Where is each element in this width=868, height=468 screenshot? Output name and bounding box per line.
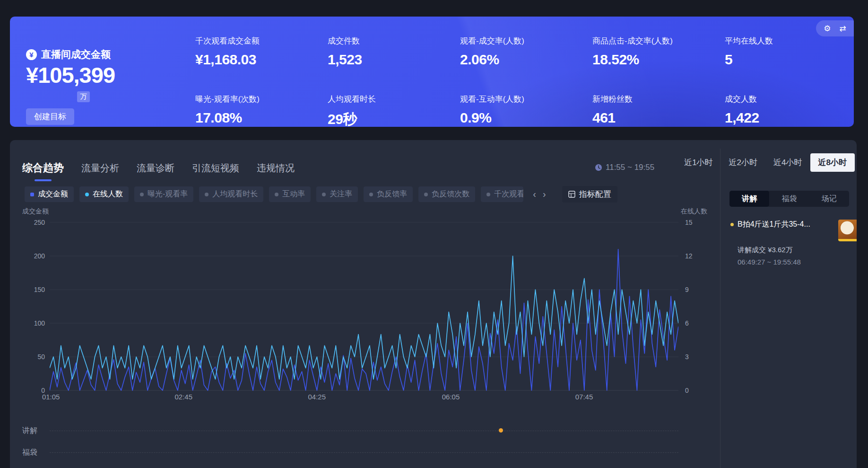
- metric-chips-row: 成交金额 在线人数 曝光-观看率 人均观看时长 互动率 关注率 负反馈率 负反馈…: [25, 186, 617, 203]
- chip-avg-watch-time[interactable]: 人均观看时长: [199, 186, 263, 202]
- create-goal-button[interactable]: 创建目标: [26, 108, 74, 125]
- panel-tab-log[interactable]: 场记: [809, 191, 849, 207]
- gear-icon[interactable]: ⚙: [824, 25, 831, 33]
- product-thumbnail[interactable]: [838, 220, 857, 241]
- explain-product-item[interactable]: B拍4斤送1斤共35-4... 讲解成交 ¥3.62万 06:49:27 ~ 1…: [730, 220, 857, 266]
- series-marker: [30, 193, 34, 196]
- y-tick: 0: [10, 387, 45, 394]
- tab-overall-trend[interactable]: 综合趋势: [22, 161, 64, 175]
- metric-config-button[interactable]: 指标配置: [562, 186, 617, 203]
- chip-online-users[interactable]: 在线人数: [79, 186, 129, 202]
- time-range-buttons: 近1小时 近2小时 近4小时 近8小时: [676, 153, 855, 172]
- y-tick: 15: [685, 219, 693, 226]
- chip-gmv[interactable]: 成交金额: [25, 186, 74, 202]
- clock-icon: [595, 164, 602, 171]
- item-status-dot: [730, 223, 734, 226]
- banner-stats-grid: 千次观看成交金额¥1,168.03 成交件数1,523 观看-成交率(人数)2.…: [195, 35, 854, 127]
- stat-item: 曝光-观看率(次数)17.08%: [195, 94, 328, 127]
- right-axis-title: 在线人数: [681, 207, 707, 216]
- series-marker: [486, 193, 490, 196]
- range-1h-button[interactable]: 近1小时: [676, 153, 720, 172]
- chevron-right-icon[interactable]: ›: [543, 189, 546, 200]
- explain-time-range: 06:49:27 ~ 19:55:48: [738, 258, 857, 266]
- gmv-value: ¥105,399: [26, 62, 115, 88]
- trend-chart[interactable]: [50, 211, 678, 400]
- chip-interaction-rate[interactable]: 互动率: [269, 186, 311, 202]
- tab-traffic-analysis[interactable]: 流量分析: [81, 162, 119, 175]
- gmv-unit-badge: 万: [77, 91, 90, 102]
- stat-item: 千次观看成交金额¥1,168.03: [195, 35, 328, 94]
- explain-deal-amount: 讲解成交 ¥3.62万: [738, 246, 857, 255]
- banner-tools: ⚙ ⇄: [816, 20, 854, 36]
- range-2h-button[interactable]: 近2小时: [721, 153, 765, 172]
- series-marker: [424, 193, 428, 196]
- panel-tabs: 讲解 福袋 场记: [729, 191, 849, 207]
- stat-item: 成交件数1,523: [328, 35, 460, 94]
- range-4h-button[interactable]: 近4小时: [765, 153, 810, 172]
- series-marker: [205, 193, 208, 196]
- chip-exposure-view-rate[interactable]: 曝光-观看率: [134, 186, 193, 202]
- y-tick: 150: [10, 286, 45, 293]
- tab-violations[interactable]: 违规情况: [257, 162, 295, 175]
- stat-item: 新增粉丝数461: [592, 94, 725, 127]
- chip-follow-rate[interactable]: 关注率: [316, 186, 358, 202]
- chevron-left-icon[interactable]: ‹: [533, 189, 536, 200]
- series-marker: [85, 193, 89, 196]
- range-8h-button[interactable]: 近8小时: [810, 153, 855, 172]
- y-tick: 6: [685, 319, 689, 327]
- time-range-display: 11:55 ~ 19:55: [595, 163, 654, 172]
- config-grid-icon: [568, 191, 575, 198]
- yen-coin-icon: ¥: [26, 49, 37, 60]
- panel-divider: [720, 149, 720, 468]
- y-tick: 100: [10, 319, 45, 327]
- series-marker: [140, 193, 144, 196]
- y-tick: 0: [685, 387, 689, 394]
- stat-item: 商品点击-成交率(人数)18.52%: [592, 35, 725, 94]
- y-tick: 250: [10, 219, 45, 226]
- live-analytics-dashboard: ¥ 直播间成交金额 ¥105,399 万 创建目标 千次观看成交金额¥1,168…: [0, 0, 868, 468]
- series-marker: [369, 193, 373, 196]
- section-tabs: 综合趋势 流量分析 流量诊断 引流短视频 违规情况: [22, 161, 295, 175]
- stat-item: 人均观看时长29秒: [328, 94, 460, 127]
- chip-per-thousand-views[interactable]: 千次观看: [481, 186, 523, 202]
- gmv-block: ¥ 直播间成交金额 ¥105,399 万 创建目标: [26, 17, 182, 127]
- timeline-track-explain: [50, 431, 678, 431]
- chip-negative-feedback-rate[interactable]: 负反馈率: [364, 186, 413, 202]
- series-marker: [275, 193, 278, 196]
- stat-item: 观看-互动率(人数)0.9%: [460, 94, 592, 127]
- chip-negative-feedback-count[interactable]: 负反馈次数: [418, 186, 475, 202]
- chip-scroller: ‹ ›: [533, 189, 546, 200]
- left-axis-title: 成交金额: [22, 207, 49, 216]
- timeline-label-luckybag: 福袋: [22, 448, 37, 458]
- y-tick: 50: [10, 353, 45, 361]
- swap-icon[interactable]: ⇄: [840, 25, 846, 33]
- y-tick: 9: [685, 286, 689, 293]
- stat-item: 观看-成交率(人数)2.06%: [460, 35, 592, 94]
- stat-item: 成交人数1,422: [725, 94, 854, 127]
- product-title: B拍4斤送1斤共35-4...: [738, 220, 825, 230]
- timeline-track-luckybag: [50, 452, 678, 453]
- explain-marker-dot[interactable]: [499, 428, 503, 433]
- summary-banner: ¥ 直播间成交金额 ¥105,399 万 创建目标 千次观看成交金额¥1,168…: [10, 17, 854, 127]
- tab-short-video[interactable]: 引流短视频: [192, 162, 239, 175]
- panel-tab-luckybag[interactable]: 福袋: [769, 191, 809, 207]
- banner-title: 直播间成交金额: [41, 48, 111, 61]
- panel-tab-explain[interactable]: 讲解: [729, 191, 769, 207]
- y-tick: 12: [685, 252, 693, 260]
- timeline-label-explain: 讲解: [22, 426, 37, 436]
- tab-traffic-diagnosis[interactable]: 流量诊断: [137, 162, 174, 175]
- y-tick: 200: [10, 252, 45, 260]
- stat-item: 平均在线人数5: [725, 35, 854, 94]
- y-tick: 3: [685, 353, 689, 361]
- series-marker: [322, 193, 326, 196]
- trend-card: 综合趋势 流量分析 流量诊断 引流短视频 违规情况 11:55 ~ 19:55 …: [10, 140, 857, 468]
